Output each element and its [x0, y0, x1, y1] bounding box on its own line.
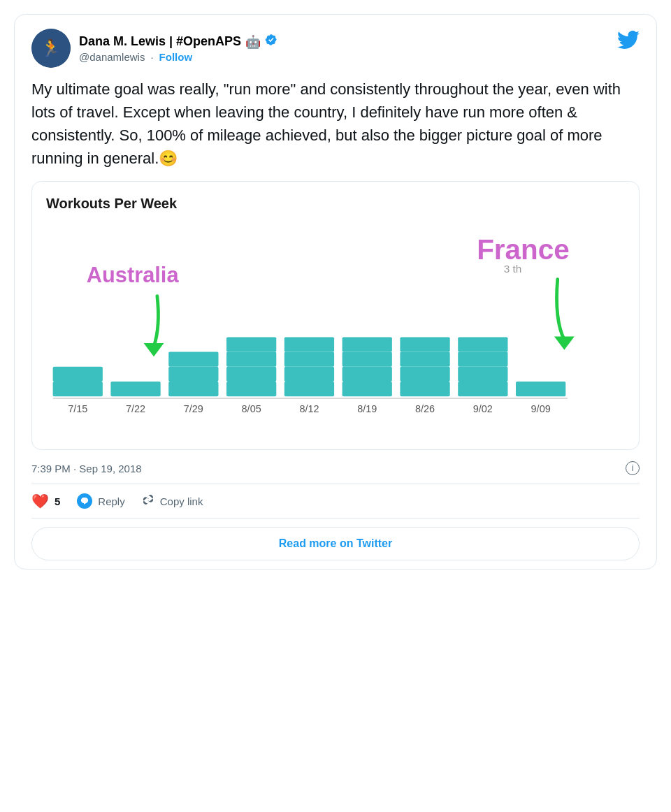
divider-line-2 [31, 518, 640, 519]
like-action[interactable]: ❤️ 5 [31, 493, 60, 509]
svg-rect-27 [400, 367, 449, 382]
separator-dot: · [150, 51, 153, 63]
svg-rect-14 [226, 352, 276, 367]
svg-rect-20 [284, 382, 334, 396]
tweet-timestamp: 7:39 PM · Sep 19, 2018 i [31, 461, 640, 475]
svg-rect-21 [342, 337, 392, 351]
read-more-button[interactable]: Read more on Twitter [31, 527, 640, 560]
svg-text:9/02: 9/02 [473, 403, 493, 414]
svg-rect-12 [168, 382, 218, 396]
svg-rect-9 [110, 382, 160, 396]
svg-rect-33 [516, 382, 565, 396]
tweet-header: 🏃 Dana M. Lewis | #OpenAPS 🤖 @danamlewis… [31, 29, 640, 68]
user-info: Dana M. Lewis | #OpenAPS 🤖 @danamlewis ·… [79, 34, 277, 63]
svg-rect-7 [53, 367, 103, 382]
tweet-body: My ultimate goal was really, "run more" … [31, 78, 640, 170]
copy-link-action[interactable]: Copy link [142, 493, 203, 509]
reply-bubble-icon [77, 493, 92, 509]
display-name-text: Dana M. Lewis | #OpenAPS [79, 34, 241, 49]
svg-rect-15 [226, 367, 276, 382]
tweet-card: 🏃 Dana M. Lewis | #OpenAPS 🤖 @danamlewis… [14, 14, 657, 570]
reply-label: Reply [98, 495, 124, 507]
verified-icon [265, 34, 277, 50]
svg-text:3 th: 3 th [504, 263, 522, 275]
svg-rect-11 [168, 367, 218, 382]
svg-text:Australia: Australia [87, 263, 180, 287]
svg-text:7/15: 7/15 [68, 403, 87, 414]
svg-rect-13 [226, 337, 276, 351]
svg-text:8/26: 8/26 [415, 403, 435, 414]
svg-rect-17 [284, 337, 334, 351]
tweet-actions: ❤️ 5 Reply Copy link [31, 493, 640, 509]
svg-rect-18 [284, 352, 334, 367]
link-icon [142, 493, 154, 509]
svg-text:7/29: 7/29 [184, 403, 203, 414]
svg-marker-6 [554, 336, 575, 349]
svg-text:9/09: 9/09 [531, 403, 551, 414]
display-name: Dana M. Lewis | #OpenAPS 🤖 [79, 34, 277, 50]
svg-rect-28 [400, 382, 449, 396]
svg-text:8/05: 8/05 [242, 403, 261, 414]
avatar-image: 🏃 [31, 29, 71, 68]
svg-rect-25 [400, 337, 449, 351]
username-text: @danamlewis [79, 51, 145, 63]
avatar: 🏃 [31, 29, 71, 68]
svg-rect-19 [284, 367, 334, 382]
svg-rect-26 [400, 352, 449, 367]
svg-rect-24 [342, 382, 392, 396]
chart-svg-area: Australia France 3 th [46, 215, 625, 438]
info-icon[interactable]: i [626, 461, 640, 475]
svg-text:France: France [477, 233, 570, 266]
copy-link-label: Copy link [160, 495, 203, 507]
svg-rect-31 [458, 367, 507, 382]
svg-rect-32 [458, 382, 507, 396]
tweet-header-left: 🏃 Dana M. Lewis | #OpenAPS 🤖 @danamlewis… [31, 29, 277, 68]
svg-rect-8 [53, 382, 103, 396]
svg-text:8/12: 8/12 [299, 403, 319, 414]
svg-text:7/22: 7/22 [126, 403, 145, 414]
timestamp-text: 7:39 PM · Sep 19, 2018 [31, 463, 142, 474]
svg-rect-16 [226, 382, 276, 396]
svg-rect-29 [458, 337, 507, 351]
chart-title: Workouts Per Week [46, 196, 625, 212]
robot-emoji-icon: 🤖 [245, 34, 261, 50]
svg-text:8/19: 8/19 [357, 403, 377, 414]
svg-rect-30 [458, 352, 507, 367]
svg-text:🏃: 🏃 [41, 38, 62, 58]
username-row: @danamlewis · Follow [79, 51, 277, 63]
svg-rect-10 [168, 352, 218, 367]
divider-line [31, 484, 640, 484]
follow-button[interactable]: Follow [159, 51, 193, 63]
chart-container: Workouts Per Week Australia France 3 th [31, 181, 640, 450]
reply-action[interactable]: Reply [77, 493, 124, 509]
svg-rect-22 [342, 352, 392, 367]
heart-icon: ❤️ [31, 493, 49, 509]
twitter-logo-icon [617, 29, 640, 56]
like-count: 5 [55, 495, 60, 507]
svg-marker-5 [144, 343, 164, 356]
svg-rect-23 [342, 367, 392, 382]
